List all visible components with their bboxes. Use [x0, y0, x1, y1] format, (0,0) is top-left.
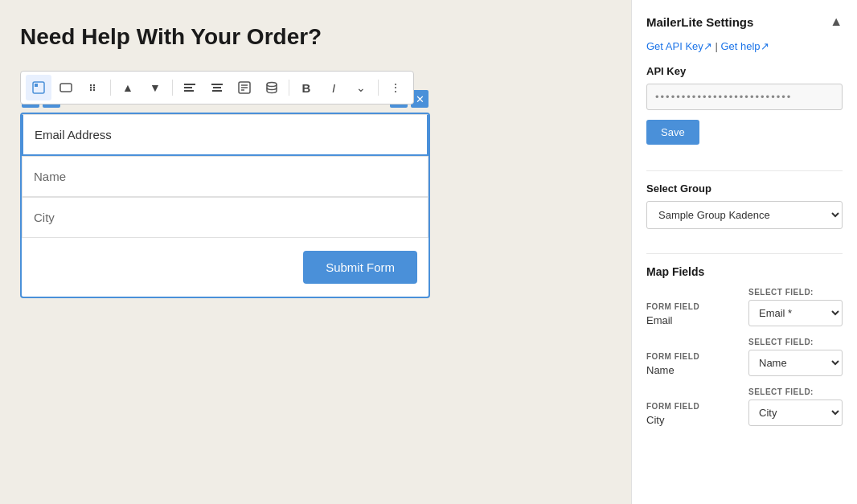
name-field[interactable]: Name [22, 156, 428, 197]
svg-rect-13 [213, 87, 221, 88]
svg-rect-11 [184, 90, 194, 92]
toolbar-separator-3 [289, 80, 289, 96]
svg-point-3 [90, 84, 92, 86]
map-left-city: Form Field City [646, 402, 740, 426]
extra-options-button[interactable]: ⋮ [383, 75, 408, 100]
name-field-select[interactable]: Email * Name City [748, 350, 843, 376]
toolbar-separator-2 [172, 80, 173, 96]
toolbar-separator-4 [378, 80, 379, 96]
svg-point-7 [93, 87, 95, 88]
svg-point-5 [90, 89, 92, 91]
email-field-select[interactable]: Email * Name City [748, 300, 843, 326]
form-field-value-name: Name [646, 364, 740, 376]
select-field-header-city: SELECT FIELD: [748, 387, 843, 396]
block-tool-button[interactable] [53, 75, 79, 100]
svg-rect-1 [35, 84, 38, 87]
form-field-value-city: City [646, 414, 740, 426]
get-api-key-link[interactable]: Get API Key↗ [646, 40, 715, 52]
editor-toolbar: ▲ ▼ B I ⌄ ⋮ [20, 71, 414, 104]
bold-button[interactable]: B [293, 75, 319, 100]
form-field-header-city: Form Field [646, 402, 740, 411]
divider-1 [646, 170, 843, 171]
map-fields-title: Map Fields [646, 265, 843, 278]
map-right-name: SELECT FIELD: Email * Name City [748, 338, 843, 376]
settings-links: Get API Key↗ | Get help↗ [646, 40, 843, 52]
select-field-header-name: SELECT FIELD: [748, 338, 843, 346]
svg-point-6 [93, 84, 95, 86]
form-container: ▲ ▼ ⧉ ✕ Email Address Name City Submit F… [20, 113, 430, 298]
svg-rect-14 [212, 90, 222, 92]
page-title: Need Help With Your Order? [20, 24, 322, 50]
email-field[interactable]: Email Address [22, 114, 428, 156]
form-field-value-email: Email [646, 314, 740, 326]
map-row-city: Form Field City SELECT FIELD: Email * Na… [646, 387, 843, 426]
edit-button[interactable] [232, 75, 257, 100]
map-row-email: Form Field Email SELECT FIELD: Email * N… [646, 288, 843, 326]
toolbar-separator-1 [110, 80, 111, 96]
select-group-label: Select Group [646, 182, 843, 195]
get-help-link[interactable]: Get help↗ [720, 40, 769, 52]
map-left-email: Form Field Email [646, 302, 740, 326]
form-submit-row: Submit Form [22, 238, 428, 297]
svg-point-4 [90, 87, 92, 88]
form-field-header-name: Form Field [646, 352, 740, 361]
map-right-city: SELECT FIELD: Email * Name City [748, 387, 843, 426]
api-key-input[interactable] [646, 84, 843, 110]
svg-rect-2 [60, 84, 72, 92]
move-up-button[interactable]: ▲ [115, 75, 141, 100]
svg-point-8 [93, 89, 95, 91]
save-button[interactable]: Save [646, 120, 699, 145]
move-down-button[interactable]: ▼ [142, 75, 168, 100]
api-key-label: API Key [646, 65, 843, 77]
select-field-header-email: SELECT FIELD: [748, 288, 843, 297]
svg-rect-9 [184, 84, 195, 85]
align-center-button[interactable] [204, 75, 230, 100]
more-formatting-button[interactable]: ⌄ [348, 75, 374, 100]
svg-rect-12 [211, 84, 223, 85]
italic-button[interactable]: I [321, 75, 346, 100]
align-left-button[interactable] [177, 75, 203, 100]
settings-header: MailerLite Settings ▲ [646, 14, 843, 29]
map-left-name: Form Field Name [646, 352, 740, 376]
select-tool-button[interactable] [26, 75, 51, 100]
svg-rect-10 [184, 87, 192, 88]
divider-2 [646, 253, 843, 254]
map-right-email: SELECT FIELD: Email * Name City [748, 288, 843, 326]
left-panel: Need Help With Your Order? ▲ ▼ B I ⌄ [0, 0, 631, 504]
right-panel: MailerLite Settings ▲ Get API Key↗ | Get… [631, 0, 857, 504]
city-field-select[interactable]: Email * Name City [748, 400, 843, 426]
database-button[interactable] [259, 75, 285, 100]
group-select[interactable]: Sample Group Kadence [646, 201, 843, 229]
drag-handle-button[interactable] [80, 75, 106, 100]
submit-form-button[interactable]: Submit Form [303, 251, 417, 284]
form-field-header-email: Form Field [646, 302, 740, 311]
city-field[interactable]: City [22, 197, 428, 238]
map-row-name: Form Field Name SELECT FIELD: Email * Na… [646, 338, 843, 376]
collapse-button[interactable]: ▲ [830, 14, 843, 29]
settings-title: MailerLite Settings [646, 15, 753, 29]
svg-point-19 [267, 83, 277, 87]
